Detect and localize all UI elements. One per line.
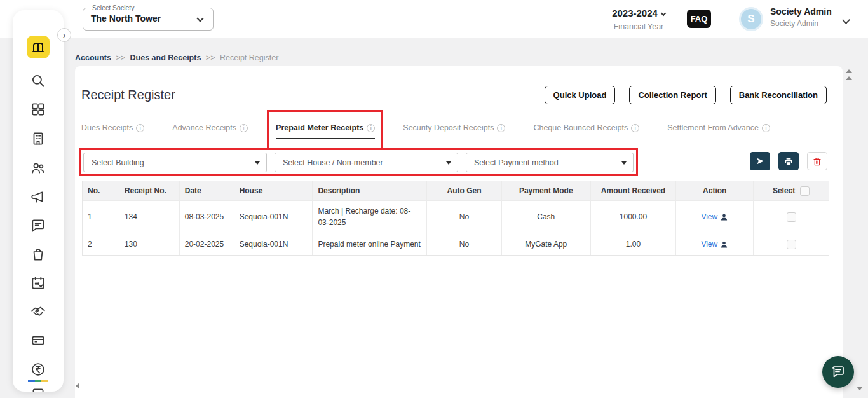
breadcrumb-accounts[interactable]: Accounts	[75, 53, 111, 62]
cell-date: 20-02-2025	[180, 233, 234, 255]
attendance-calendar-icon[interactable]	[30, 275, 46, 291]
table-row: 2 130 20-02-2025 Sequoia-001N Prepaid me…	[83, 233, 829, 255]
chevron-down-icon	[842, 16, 850, 24]
col-header-no: No.	[83, 181, 119, 200]
select-house-dropdown[interactable]: Select House / Non-member	[275, 153, 458, 172]
cell-auto-gen: No	[427, 233, 502, 255]
table-header-row: No. Receipt No. Date House Description A…	[83, 181, 829, 200]
tab-label: Settlement From Advance	[667, 123, 759, 132]
tab-prepaid-meter-receipts[interactable]: Prepaid Meter Receipts	[276, 117, 375, 139]
more-icon[interactable]	[30, 386, 46, 392]
building-icon[interactable]	[30, 130, 46, 147]
filter-row: Select Building Select House / Non-membe…	[83, 153, 634, 172]
scrollbar-up-arrows[interactable]	[846, 69, 852, 80]
info-icon	[136, 124, 144, 132]
select-payment-method-dropdown[interactable]: Select Payment method	[466, 153, 634, 172]
active-nav-indicator	[28, 380, 48, 382]
cell-receipt-no: 134	[119, 201, 180, 233]
view-label: View	[701, 212, 717, 221]
cell-payment-mode: Cash	[502, 201, 591, 233]
delete-button[interactable]	[807, 152, 827, 170]
search-icon[interactable]	[30, 72, 46, 89]
partnership-handshake-icon[interactable]	[30, 303, 46, 320]
mygate-logo-icon[interactable]	[27, 36, 50, 58]
services-bag-icon[interactable]	[30, 246, 46, 263]
cell-payment-mode: MyGate App	[502, 233, 591, 255]
support-chat-fab[interactable]	[822, 356, 854, 388]
tab-settlement-from-advance[interactable]: Settlement From Advance	[667, 117, 770, 139]
cell-description: Prepaid meter online Payment	[313, 233, 427, 255]
breadcrumb-current: Receipt Register	[220, 53, 278, 62]
info-icon	[367, 124, 375, 132]
scroll-left-icon[interactable]	[76, 383, 79, 389]
view-link[interactable]: View	[701, 240, 728, 249]
society-select-value: The North Tower	[91, 13, 161, 24]
tab-label: Dues Receipts	[81, 123, 133, 132]
bank-reconciliation-button[interactable]: Bank Reconciliation	[730, 86, 827, 104]
info-icon	[631, 124, 639, 132]
dropdown-value: Select Building	[92, 158, 144, 167]
receipt-tabs: Dues Receipts Advance Receipts Prepaid M…	[81, 117, 836, 139]
table-row: 1 134 08-03-2025 Sequoia-001N March | Re…	[83, 200, 829, 233]
col-header-house: House	[234, 181, 313, 200]
select-building-dropdown[interactable]: Select Building	[83, 153, 267, 172]
col-header-receipt-no: Receipt No.	[119, 181, 180, 200]
user-menu-chevron[interactable]	[843, 14, 849, 25]
tab-cheque-bounced-receipts[interactable]: Cheque Bounced Receipts	[533, 117, 639, 139]
receipts-table: No. Receipt No. Date House Description A…	[82, 181, 829, 256]
col-header-description: Description	[313, 181, 427, 200]
wallet-card-icon[interactable]	[30, 332, 46, 348]
financial-year-select[interactable]: 2023-2024 Financial Year	[604, 8, 674, 31]
info-icon	[497, 124, 505, 132]
society-select[interactable]: Select Society The North Tower	[83, 8, 214, 31]
user-role: Society Admin	[770, 19, 818, 28]
scroll-up-icon[interactable]	[846, 69, 852, 73]
breadcrumb-dues-and-receipts[interactable]: Dues and Receipts	[130, 53, 201, 62]
row-select-checkbox[interactable]	[787, 212, 796, 222]
tab-advance-receipts[interactable]: Advance Receipts	[172, 117, 248, 139]
submit-filter-button[interactable]	[750, 152, 770, 170]
person-icon	[720, 213, 728, 221]
avatar[interactable]: S	[739, 7, 763, 31]
tab-label: Security Deposit Receipts	[403, 123, 494, 132]
breadcrumb-separator: >>	[116, 53, 125, 62]
chevron-down-icon	[661, 11, 666, 16]
row-select-checkbox[interactable]	[787, 240, 796, 249]
user-name: Society Admin	[770, 6, 832, 17]
sidebar-expand-icon[interactable]: ›	[57, 28, 71, 42]
caret-down-icon	[446, 161, 451, 165]
faq-button[interactable]: FAQ	[687, 10, 711, 28]
caret-down-icon	[255, 161, 260, 165]
tab-security-deposit-receipts[interactable]: Security Deposit Receipts	[403, 117, 505, 139]
caret-down-icon	[621, 161, 627, 165]
cell-action: View	[676, 201, 754, 233]
dashboard-icon[interactable]	[30, 101, 46, 118]
quick-upload-button[interactable]: Quick Upload	[545, 86, 616, 104]
messages-chat-icon[interactable]	[30, 217, 46, 234]
person-icon	[720, 240, 728, 249]
breadcrumb: Accounts >> Dues and Receipts >> Receipt…	[75, 53, 278, 62]
info-icon	[240, 124, 248, 132]
tab-dues-receipts[interactable]: Dues Receipts	[81, 117, 144, 139]
info-icon	[762, 124, 770, 132]
active-tab-underline	[276, 138, 375, 139]
cell-amount: 1.00	[591, 233, 677, 255]
cell-action: View	[676, 233, 754, 255]
top-action-buttons: Quick Upload Collection Report Bank Reco…	[545, 86, 827, 104]
announcement-megaphone-icon[interactable]	[30, 189, 46, 205]
top-header: Select Society The North Tower 2023-2024…	[0, 0, 868, 38]
scroll-up-icon[interactable]	[846, 76, 852, 80]
scroll-down-icon[interactable]	[857, 387, 863, 390]
cell-date: 08-03-2025	[180, 201, 234, 233]
chevron-down-icon	[196, 15, 203, 22]
col-header-date: Date	[180, 181, 234, 200]
select-all-checkbox[interactable]	[800, 186, 810, 196]
payments-rupee-icon[interactable]	[30, 361, 46, 378]
collection-report-button[interactable]: Collection Report	[629, 86, 715, 104]
residents-people-icon[interactable]	[30, 160, 46, 176]
cell-no: 2	[83, 233, 119, 255]
view-link[interactable]: View	[701, 212, 728, 221]
print-button[interactable]	[778, 152, 799, 170]
col-header-select: Select	[754, 181, 829, 200]
financial-year-value: 2023-2024	[612, 8, 658, 18]
